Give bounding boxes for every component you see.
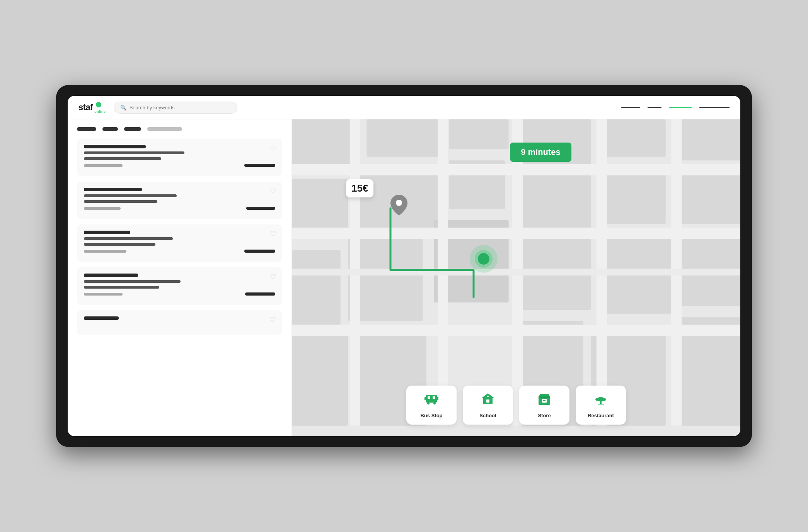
- map-panel[interactable]: 9 minutes 15€: [292, 119, 740, 436]
- poi-card-school[interactable]: School: [463, 386, 513, 425]
- svg-point-39: [427, 402, 430, 405]
- card-price-2: [246, 207, 275, 210]
- time-badge: 9 minutes: [510, 143, 571, 162]
- poi-label-restaurant: Restaurant: [588, 413, 614, 418]
- logo-sub: online: [94, 110, 106, 114]
- map-pin: [390, 195, 407, 217]
- header: staf online 🔍: [68, 96, 740, 119]
- pin-svg: [390, 195, 407, 216]
- poi-card-bus-stop[interactable]: Bus Stop: [406, 386, 457, 425]
- card-title-2: [84, 188, 142, 191]
- card-title-5: [84, 316, 119, 320]
- map-background: [292, 119, 740, 426]
- card-title-3: [84, 231, 130, 234]
- nav-item-1[interactable]: [621, 107, 640, 108]
- logo: staf online: [78, 101, 106, 114]
- svg-rect-38: [437, 397, 438, 400]
- nav-item-4[interactable]: [699, 107, 730, 108]
- svg-rect-37: [424, 397, 426, 400]
- card-sub1-3: [84, 237, 173, 240]
- filter-bar: [77, 127, 282, 131]
- job-card-3: ♡: [77, 224, 282, 262]
- card-tag-4: [84, 293, 123, 296]
- search-icon: 🔍: [120, 105, 126, 110]
- logo-text: staf: [78, 102, 93, 112]
- poi-label-school: School: [479, 413, 496, 418]
- card-price-3: [244, 250, 275, 253]
- restaurant-icon: [594, 392, 608, 409]
- svg-rect-52: [598, 404, 604, 405]
- card-price-4: [245, 292, 275, 296]
- school-icon: [481, 392, 495, 409]
- svg-rect-12: [673, 168, 740, 224]
- svg-rect-13: [292, 250, 341, 325]
- svg-rect-32: [292, 269, 740, 275]
- poi-bar: Bus Stop School: [292, 386, 740, 425]
- store-icon: [537, 392, 551, 409]
- card-sub1-1: [84, 151, 184, 154]
- svg-rect-10: [516, 172, 591, 228]
- search-bar[interactable]: 🔍: [114, 102, 237, 114]
- svg-rect-18: [680, 231, 740, 306]
- destination-marker: [470, 245, 498, 273]
- svg-rect-51: [600, 401, 602, 404]
- card-tag-3: [84, 250, 126, 253]
- svg-rect-43: [486, 399, 489, 403]
- card-sub1-4: [84, 280, 181, 283]
- poi-card-store[interactable]: Store: [519, 386, 569, 425]
- card-sub2-3: [84, 243, 155, 246]
- favorite-icon-5[interactable]: ♡: [270, 316, 276, 324]
- card-title-4: [84, 274, 138, 277]
- card-price-1: [244, 164, 275, 167]
- left-panel: ♡ ♡: [68, 119, 292, 436]
- card-sub2-2: [84, 200, 157, 203]
- svg-rect-46: [539, 396, 550, 398]
- svg-point-33: [396, 200, 402, 206]
- card-tag-1: [84, 164, 123, 167]
- search-input[interactable]: [130, 105, 231, 110]
- svg-rect-2: [366, 119, 441, 157]
- filter-pill-2[interactable]: [102, 127, 118, 131]
- nav-item-2[interactable]: [648, 107, 661, 108]
- filter-pill-3[interactable]: [124, 127, 141, 131]
- card-title-1: [84, 145, 146, 148]
- svg-rect-48: [543, 400, 545, 401]
- poi-label-bus-stop: Bus Stop: [420, 413, 442, 418]
- job-card-1: ♡: [77, 139, 282, 176]
- svg-rect-36: [433, 396, 435, 399]
- poi-label-store: Store: [538, 413, 551, 418]
- favorite-icon-2[interactable]: ♡: [270, 187, 276, 195]
- bus-stop-icon: [424, 392, 438, 409]
- screen: staf online 🔍: [68, 96, 740, 436]
- svg-rect-34: [426, 395, 437, 403]
- favorite-icon-3[interactable]: ♡: [270, 230, 276, 238]
- poi-card-restaurant[interactable]: Restaurant: [576, 386, 626, 425]
- job-card-5: ♡: [77, 310, 282, 335]
- header-nav: [621, 107, 730, 108]
- svg-rect-1: [292, 119, 359, 172]
- card-sub1-2: [84, 194, 177, 197]
- nav-item-3[interactable]: [669, 107, 692, 108]
- card-tag-2: [84, 207, 121, 210]
- device-frame: staf online 🔍: [56, 85, 752, 447]
- filter-pill-1[interactable]: [77, 127, 96, 131]
- job-card-4: ♡: [77, 267, 282, 305]
- svg-rect-6: [673, 119, 740, 160]
- favorite-icon-1[interactable]: ♡: [270, 144, 276, 153]
- svg-rect-3: [449, 119, 509, 149]
- svg-point-40: [433, 402, 436, 405]
- svg-point-44: [487, 396, 489, 397]
- svg-rect-5: [598, 119, 666, 157]
- logo-dot: [96, 102, 101, 107]
- job-card-2: ♡: [77, 182, 282, 219]
- filter-pill-4[interactable]: [147, 127, 182, 131]
- main-content: ♡ ♡: [68, 119, 740, 436]
- card-sub2-1: [84, 157, 161, 160]
- svg-rect-35: [428, 396, 430, 399]
- card-sub2-4: [84, 286, 159, 289]
- price-marker: 15€: [346, 179, 373, 197]
- favorite-icon-4[interactable]: ♡: [270, 273, 276, 281]
